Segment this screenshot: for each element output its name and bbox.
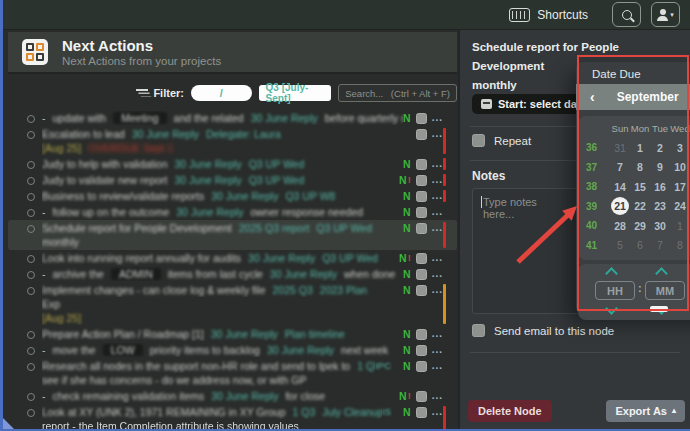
row-menu-icon[interactable]: ... bbox=[432, 390, 443, 402]
task-checkbox[interactable] bbox=[416, 253, 427, 264]
row-menu-icon[interactable]: ... bbox=[432, 406, 443, 418]
calendar-day[interactable]: 31 bbox=[610, 138, 630, 158]
task-link[interactable]: IPC bbox=[375, 360, 391, 371]
delete-node-button[interactable]: Delete Node bbox=[468, 400, 552, 422]
task-checkbox[interactable] bbox=[416, 159, 427, 170]
calendar-day[interactable]: 1 bbox=[630, 138, 650, 158]
hour-input[interactable]: HH bbox=[595, 281, 635, 300]
calendar-day[interactable]: 5 bbox=[610, 236, 630, 256]
row-menu-icon[interactable]: ... bbox=[432, 206, 443, 218]
task-checkbox[interactable] bbox=[416, 223, 427, 234]
calendar-day[interactable]: 3 bbox=[670, 138, 690, 158]
task-row[interactable]: -archive theADMINitems from last cycle30… bbox=[8, 266, 457, 282]
task-checkbox[interactable] bbox=[416, 269, 427, 280]
row-menu-icon[interactable]: ... bbox=[432, 284, 443, 296]
task-link[interactable]: Q3 UP Wed bbox=[249, 158, 305, 170]
task-row[interactable]: Judy to help with validation30 June Repl… bbox=[8, 156, 457, 172]
calendar-day[interactable]: 21 bbox=[610, 197, 630, 217]
minute-input[interactable]: MM bbox=[645, 281, 685, 300]
calendar-day[interactable]: 22 bbox=[630, 197, 650, 217]
task-checkbox[interactable] bbox=[416, 129, 427, 140]
export-as-button[interactable]: Export As ▴ bbox=[606, 400, 685, 422]
calendar-day[interactable]: 29 bbox=[630, 216, 650, 236]
calendar-day[interactable]: 7 bbox=[610, 158, 630, 178]
notes-textarea[interactable]: Type notes here... bbox=[472, 188, 580, 314]
calendar-day[interactable]: 23 bbox=[650, 197, 670, 217]
task-checkbox[interactable] bbox=[416, 345, 427, 356]
task-row[interactable]: Implement changes - can close log & week… bbox=[8, 282, 457, 326]
task-checkbox[interactable] bbox=[416, 207, 427, 218]
row-menu-icon[interactable]: ... bbox=[432, 222, 443, 234]
task-row[interactable]: Schedule report for People Development20… bbox=[8, 220, 457, 250]
task-link[interactable]: Q3 UP Wed bbox=[316, 222, 372, 234]
task-checkbox[interactable] bbox=[416, 329, 427, 340]
task-checkbox[interactable] bbox=[416, 113, 427, 124]
row-menu-icon[interactable]: ... bbox=[432, 190, 443, 202]
repeat-checkbox[interactable] bbox=[472, 134, 485, 147]
task-row[interactable]: Look at XY (UNK 2), 1971 REMAINING in XY… bbox=[8, 404, 457, 431]
calendar-day[interactable]: 7 bbox=[650, 236, 670, 256]
task-link[interactable]: 1 Q3 bbox=[293, 406, 316, 418]
task-link[interactable]: 30 June Reply bbox=[251, 112, 318, 124]
task-link[interactable]: Q3 UP W8 bbox=[285, 190, 335, 202]
task-link[interactable]: 30 June Reply bbox=[176, 206, 243, 218]
calendar-day[interactable]: 14 bbox=[610, 177, 630, 197]
calendar-day[interactable]: 10 bbox=[670, 158, 690, 178]
task-link[interactable]: 2023 Plan bbox=[320, 284, 367, 296]
resize-handle[interactable] bbox=[650, 306, 668, 312]
search-input[interactable]: Search... (Ctrl + Alt + F) bbox=[338, 84, 457, 102]
filter-input[interactable]: / bbox=[191, 85, 252, 101]
row-menu-icon[interactable]: ... bbox=[432, 112, 443, 124]
minute-up-icon[interactable] bbox=[655, 267, 668, 280]
task-link[interactable]: 2025 Q3 bbox=[273, 284, 313, 296]
task-row[interactable]: Look into running report annually for au… bbox=[8, 250, 457, 266]
task-link[interactable]: Q3 UP Wed bbox=[322, 252, 378, 264]
task-row[interactable]: -follow up on the outcome30 June Replyow… bbox=[8, 204, 457, 220]
task-checkbox[interactable] bbox=[416, 407, 427, 418]
task-checkbox[interactable] bbox=[416, 361, 427, 372]
row-menu-icon[interactable]: ... bbox=[432, 128, 443, 140]
calendar-day[interactable]: 17 bbox=[670, 177, 690, 197]
calendar-day[interactable]: 30 bbox=[650, 216, 670, 236]
task-link[interactable]: Plan timeline bbox=[285, 328, 345, 340]
calendar-day[interactable]: 2 bbox=[650, 138, 670, 158]
prev-month-button[interactable]: ‹ bbox=[590, 90, 595, 104]
task-row[interactable]: -move theLOWpriority items to backlog30 … bbox=[8, 342, 457, 358]
task-link[interactable]: 30 June Reply bbox=[175, 174, 242, 186]
task-row[interactable]: Research all nodes in the support non-HR… bbox=[8, 358, 457, 388]
task-row[interactable]: Business to review/validate reports30 Ju… bbox=[8, 188, 457, 204]
row-menu-icon[interactable]: ... bbox=[432, 252, 443, 264]
task-row[interactable]: Escalation to lead30 June ReplyDelegate:… bbox=[8, 126, 457, 156]
task-checkbox[interactable] bbox=[416, 175, 427, 186]
row-menu-icon[interactable]: ... bbox=[432, 158, 443, 170]
row-menu-icon[interactable]: ... bbox=[432, 360, 443, 372]
task-link[interactable]: 30 June Reply bbox=[211, 190, 278, 202]
task-link[interactable]: 30 June Reply bbox=[270, 268, 337, 280]
calendar-day[interactable]: 16 bbox=[650, 177, 670, 197]
calendar-day[interactable]: 24 bbox=[670, 197, 690, 217]
saved-filter-button[interactable]: Q3 [July-Sept] bbox=[259, 85, 332, 101]
calendar-day[interactable]: 9 bbox=[650, 158, 670, 178]
task-link[interactable]: 30 June Reply bbox=[211, 390, 278, 402]
task-row[interactable]: Prepare Action Plan / Roadmap [1]30 June… bbox=[8, 326, 457, 342]
task-row[interactable]: -check remaining validation items30 June… bbox=[8, 388, 457, 404]
task-link[interactable]: 30 June Reply bbox=[175, 158, 242, 170]
task-link[interactable]: Delegate: Laura bbox=[206, 128, 281, 140]
task-row[interactable]: -update withMeetingand the related30 Jun… bbox=[8, 110, 457, 126]
row-menu-icon[interactable]: ... bbox=[432, 344, 443, 356]
calendar-day[interactable]: 15 bbox=[630, 177, 650, 197]
hour-down-icon[interactable] bbox=[605, 302, 618, 315]
task-checkbox[interactable] bbox=[416, 191, 427, 202]
task-link[interactable]: 30 June Reply bbox=[132, 128, 199, 140]
row-menu-icon[interactable]: ... bbox=[432, 328, 443, 340]
calendar-day[interactable]: 8 bbox=[670, 236, 690, 256]
task-link[interactable]: 30 June Reply bbox=[248, 252, 315, 264]
task-link[interactable]: 2025 Q3 report bbox=[239, 222, 310, 234]
row-menu-icon[interactable]: ... bbox=[432, 268, 443, 280]
task-link[interactable]: 30 June Reply bbox=[211, 328, 278, 340]
calendar-day[interactable]: 6 bbox=[630, 236, 650, 256]
send-email-checkbox[interactable] bbox=[472, 324, 485, 337]
task-link[interactable]: July Cleanup bbox=[322, 406, 382, 418]
task-link[interactable]: 1 Q3 bbox=[357, 360, 375, 372]
task-link[interactable]: IS bbox=[382, 406, 391, 417]
